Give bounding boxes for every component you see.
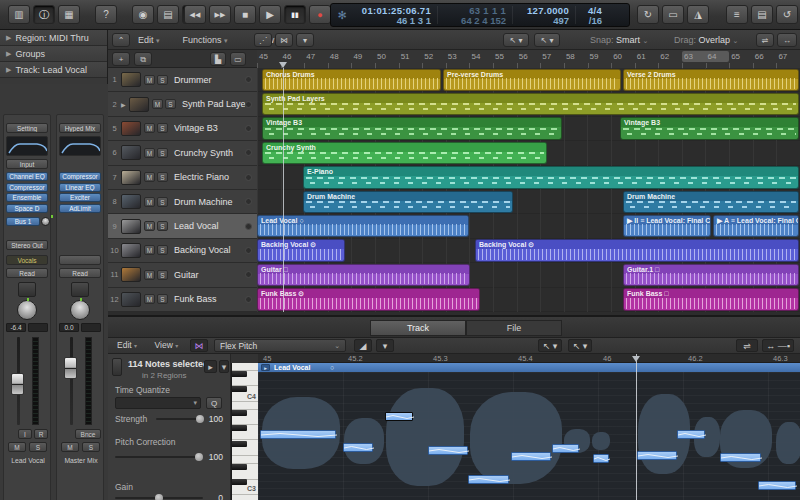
- mute-button[interactable]: M: [144, 270, 155, 280]
- region-drum-machine[interactable]: Drum Machine: [303, 191, 513, 214]
- flex-pitch-note[interactable]: [552, 444, 579, 453]
- region-lead-vocal-final-co[interactable]: ▶ II ≡ Lead Vocal: Final Co: [623, 215, 711, 238]
- drag-menu[interactable]: Drag: Overlap ⌄: [670, 33, 742, 47]
- input-monitor-icon[interactable]: [245, 125, 252, 132]
- region-crunchy-synth[interactable]: Crunchy Synth: [262, 142, 547, 165]
- arrange-canvas[interactable]: Chorus DrumsPre-verse DrumsVerse 2 Drums…: [257, 68, 800, 312]
- arrange-playhead[interactable]: [283, 68, 284, 312]
- channel-setting-button[interactable]: Setting: [6, 123, 48, 133]
- flex-pitch-note[interactable]: [637, 451, 677, 460]
- mute-button[interactable]: M: [144, 197, 155, 207]
- menu-edit[interactable]: Edit ▾: [134, 33, 164, 47]
- region-vintage-b3[interactable]: Vintage B3: [262, 117, 562, 140]
- mute-button[interactable]: M: [144, 123, 155, 133]
- track-header-guitar[interactable]: 11MSGuitar: [108, 263, 257, 287]
- mute-button[interactable]: M: [144, 245, 155, 255]
- record-enable-button[interactable]: R: [34, 429, 48, 439]
- flex-pitch-canvas[interactable]: [258, 372, 800, 500]
- time-quantize-dropdown[interactable]: [115, 397, 201, 409]
- region-drum-machine[interactable]: Drum Machine: [623, 191, 799, 214]
- mute-button[interactable]: M: [61, 442, 79, 452]
- black-key[interactable]: [232, 371, 247, 377]
- prelisten-icon[interactable]: ◢: [354, 339, 372, 352]
- flex-pitch-note[interactable]: [758, 481, 796, 490]
- region-backing-vocal[interactable]: Backing Vocal ⊙: [257, 239, 345, 262]
- track-header-lead-vocal[interactable]: 9MSLead Vocal: [108, 214, 257, 238]
- flex-pitch-note[interactable]: [511, 452, 551, 461]
- volume-fader-track[interactable]: [70, 337, 73, 425]
- region-guitar[interactable]: Guitar □: [257, 264, 470, 287]
- mute-button[interactable]: M: [8, 442, 26, 452]
- track-header-crunchy-synth[interactable]: 6MSCrunchy Synth: [108, 141, 257, 165]
- volume-fader-cap[interactable]: [11, 373, 24, 395]
- solo-button[interactable]: S: [157, 197, 168, 207]
- tab-track[interactable]: Track: [370, 320, 466, 336]
- left-click-tool-menu[interactable]: ↖ ▾: [503, 33, 529, 47]
- pan-knob[interactable]: [70, 300, 90, 320]
- plugin-slot[interactable]: Compressor: [6, 183, 48, 192]
- send-level-knob[interactable]: [41, 217, 50, 226]
- track-header-synth-pad-layers[interactable]: 2▶MSSynth Pad Layers: [108, 92, 257, 116]
- channel-input-slot[interactable]: Input: [6, 159, 48, 169]
- library-icon[interactable]: ▥: [8, 5, 30, 24]
- plugin-slot[interactable]: Exciter: [59, 193, 101, 202]
- tab-file[interactable]: File: [466, 320, 562, 336]
- input-monitor-icon[interactable]: [245, 149, 252, 156]
- region-backing-vocal[interactable]: Backing Vocal ⊙: [475, 239, 799, 262]
- flex-pitch-note[interactable]: [593, 454, 609, 463]
- send-slot[interactable]: Bus 1: [6, 217, 40, 226]
- plugin-slot[interactable]: Compressor: [59, 172, 101, 181]
- flex-pitch-note[interactable]: [343, 443, 373, 452]
- solo-button[interactable]: S: [82, 442, 100, 452]
- cycle-icon[interactable]: ↻: [637, 5, 659, 24]
- solo-button[interactable]: S: [157, 221, 168, 231]
- mute-button[interactable]: M: [144, 172, 155, 182]
- inspector-section-track[interactable]: ▶Track: Lead Vocal: [0, 62, 107, 78]
- channel-setting-button[interactable]: Hyped Mix: [59, 123, 101, 133]
- black-key[interactable]: [232, 441, 247, 447]
- track-stack-disclosure-icon[interactable]: ▶: [121, 101, 129, 108]
- bar-ruler[interactable]: 4546474849505152535455565758596061626364…: [257, 50, 800, 68]
- editor-playhead-handle[interactable]: [632, 356, 640, 362]
- region-play-icon[interactable]: ▸: [261, 364, 270, 371]
- snap-menu[interactable]: Snap: Smart ⌄: [586, 33, 652, 47]
- flex-icon[interactable]: ⋈: [190, 339, 208, 352]
- input-monitor-icon[interactable]: [245, 76, 252, 83]
- flex-pitch-note[interactable]: [428, 446, 468, 455]
- solo-button[interactable]: S: [157, 172, 168, 182]
- region-pre-verse-drums[interactable]: Pre-verse Drums: [443, 69, 621, 92]
- flex-pitch-note[interactable]: [260, 430, 336, 439]
- solo-button[interactable]: S: [157, 245, 168, 255]
- waveform-zoom-icon[interactable]: ⇌: [756, 33, 774, 47]
- plugin-slot[interactable]: AdLimit: [59, 204, 101, 213]
- stop-button[interactable]: ■: [234, 5, 256, 24]
- command-click-tool-menu[interactable]: ↖ ▾: [534, 33, 560, 47]
- plugin-slot[interactable]: Ensemble: [6, 193, 48, 202]
- record-button[interactable]: ●: [309, 5, 331, 24]
- solo-button[interactable]: S: [157, 270, 168, 280]
- flex-pitch-note[interactable]: [677, 430, 705, 439]
- mute-button[interactable]: M: [144, 148, 155, 158]
- editor-region-header[interactable]: ▸ Lead Vocal ○: [258, 363, 800, 372]
- pan-knob[interactable]: [17, 300, 37, 320]
- pointer-tool-menu[interactable]: ↖ ▾: [538, 339, 562, 352]
- track-header-drum-machine[interactable]: 8MSDrum Machine: [108, 190, 257, 214]
- smart-controls-icon[interactable]: ◉: [132, 5, 154, 24]
- editor-playhead[interactable]: [636, 354, 637, 500]
- rewind-button[interactable]: ◀◀: [184, 5, 206, 24]
- region-funk-bass[interactable]: Funk Bass □: [623, 288, 799, 311]
- mute-button[interactable]: M: [144, 221, 155, 231]
- hide-tracks-icon[interactable]: ⌃: [112, 33, 130, 47]
- region-funk-bass[interactable]: Funk Bass ⊙: [257, 288, 480, 311]
- flex-pitch-note[interactable]: [720, 453, 761, 462]
- plugin-slot[interactable]: Channel EQ: [6, 172, 48, 181]
- eq-thumbnail[interactable]: [6, 136, 48, 156]
- lcd-display[interactable]: ✻ 01:01:25:06.71 46 1 3 1 63 1 1 1 64 2 …: [330, 3, 630, 27]
- disclosure-triangle-icon[interactable]: ▶: [6, 66, 11, 74]
- output-slot[interactable]: Stereo Out: [6, 240, 48, 250]
- mute-button[interactable]: M: [144, 75, 155, 85]
- inspector-section-region[interactable]: ▶Region: MIDI Thru: [0, 30, 107, 46]
- flex-icon[interactable]: ⋈: [275, 33, 293, 47]
- input-monitor-icon[interactable]: [245, 174, 252, 181]
- track-height-icon[interactable]: ▭: [230, 52, 246, 66]
